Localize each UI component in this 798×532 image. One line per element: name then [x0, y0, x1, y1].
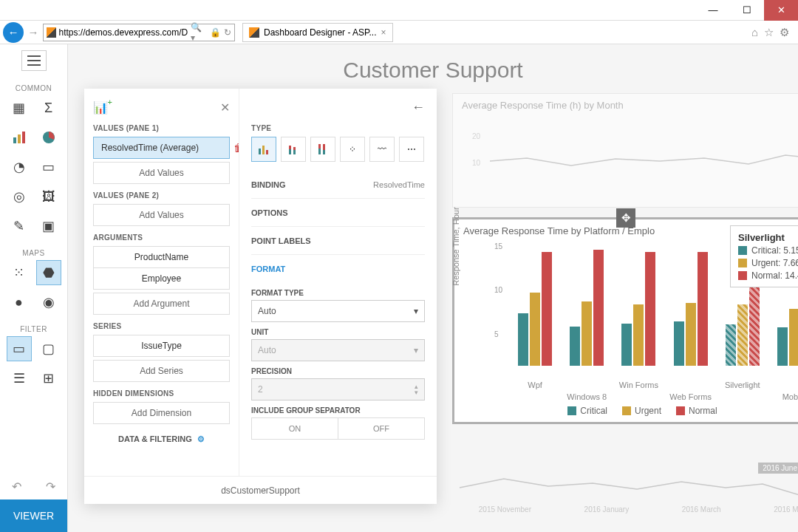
add-series-button[interactable]: Add Series [93, 360, 230, 382]
more-types-button[interactable]: ⋯ [399, 137, 424, 162]
dashboard-title: Customer Support [68, 58, 798, 83]
settings-icon[interactable]: ⚙ [780, 26, 789, 39]
svg-text:10: 10 [472, 159, 481, 167]
arguments-label: ARGUMENTS [93, 233, 230, 242]
datasource-footer[interactable]: dsCustomerSupport [84, 476, 437, 504]
pointlabels-row[interactable]: POINT LABELS [251, 227, 425, 255]
group-sep-label: INCLUDE GROUP SEPARATOR [251, 406, 425, 415]
unit-label: UNIT [251, 328, 425, 336]
url-text: https://demos.devexpress.com/D [59, 27, 188, 38]
viewer-button[interactable]: VIEWER [0, 499, 67, 532]
redo-icon[interactable]: ↷ [46, 480, 55, 494]
favorites-icon[interactable]: ☆ [764, 26, 774, 39]
section-label: COMMON [16, 84, 52, 92]
svg-rect-0 [13, 137, 16, 143]
format-type-label: FORMAT TYPE [251, 289, 425, 297]
options-row[interactable]: OPTIONS [251, 199, 425, 227]
gear-icon[interactable]: ⚙ [197, 434, 205, 443]
group-sep-toggle[interactable]: ON OFF [251, 417, 425, 440]
svg-rect-6 [266, 150, 268, 154]
move-handle-icon[interactable]: ✥ [616, 208, 635, 228]
series-field[interactable]: IssueType [93, 335, 230, 357]
textbox-icon[interactable]: ✎ [7, 214, 32, 239]
favicon-icon [47, 27, 56, 38]
section-label: FILTER [20, 325, 47, 333]
tree-icon[interactable]: ⊞ [36, 366, 61, 391]
favicon-icon [249, 27, 259, 38]
section-label: MAPS [22, 249, 44, 257]
card-icon[interactable]: ▭ [36, 154, 61, 180]
treemap-icon[interactable]: ▣ [36, 214, 61, 239]
response-time-month-widget[interactable]: Average Response Time (h) by Month 20 10 [452, 93, 798, 208]
combo-icon[interactable]: ▢ [36, 336, 61, 361]
pie-chart-icon[interactable] [36, 125, 61, 150]
hidden-dims-label: HIDDEN DIMENSIONS [93, 389, 230, 398]
svg-rect-8 [289, 146, 291, 149]
image-icon[interactable]: 🖼 [36, 184, 61, 209]
close-icon[interactable]: ✕ [220, 100, 230, 115]
gauge-icon[interactable]: ◔ [7, 154, 32, 180]
svg-rect-1 [18, 134, 21, 143]
minimize-button[interactable]: — [696, 0, 730, 21]
type-label: TYPE [251, 124, 425, 132]
data-filtering-label[interactable]: DATA & FILTERING [118, 434, 192, 443]
stacked-bar-button[interactable] [281, 137, 306, 162]
sigma-icon[interactable]: Σ [36, 95, 61, 120]
home-icon[interactable]: ⌂ [751, 26, 758, 39]
timeline-widget[interactable]: 2016 June 2015 November2016 January2016 … [452, 466, 798, 520]
svg-rect-14 [323, 144, 325, 150]
binding-row[interactable]: BINDING ResolvedTime [251, 171, 425, 199]
bubble-icon[interactable]: ● [7, 290, 32, 315]
tab-close-icon[interactable]: × [381, 27, 386, 38]
values-pane1-label: VALUES (PANE 1) [93, 124, 230, 132]
format-type-select[interactable]: Auto▾ [251, 300, 425, 322]
maximize-button[interactable]: ☐ [730, 0, 764, 21]
y-axis-label: Response Time, Hour [451, 207, 460, 285]
bubble2-icon[interactable]: ◉ [36, 290, 61, 315]
add-values-button[interactable]: Add Values [93, 162, 230, 184]
bar-chart-icon[interactable] [7, 125, 32, 150]
value-field-selected[interactable]: ResolvedTime (Average) 🗑 [93, 137, 230, 159]
series-label: SERIES [93, 322, 230, 330]
format-row[interactable]: FORMAT [251, 255, 425, 283]
target-icon[interactable]: ◎ [7, 184, 32, 209]
line-type-button[interactable]: 〰 [369, 137, 395, 162]
svg-rect-10 [293, 147, 296, 150]
back-button[interactable]: ← [3, 22, 24, 43]
list-icon[interactable]: ☰ [7, 366, 32, 391]
chart-add-icon[interactable]: 📊+ [93, 100, 108, 115]
delete-icon[interactable]: 🗑 [233, 142, 239, 154]
svg-rect-13 [318, 144, 321, 149]
response-time-platform-widget[interactable]: Average Response Time by Platform / Empl… [452, 217, 798, 424]
values-pane2-label: VALUES (PANE 2) [93, 191, 230, 200]
add-dimension-button[interactable]: Add Dimension [93, 402, 230, 424]
menu-button[interactable] [21, 50, 47, 71]
back-icon[interactable]: ← [412, 100, 425, 115]
argument-field[interactable]: Employee [93, 267, 230, 290]
browser-toolbar: ← → https://demos.devexpress.com/D 🔍 ▾ 🔒… [0, 21, 798, 44]
argument-field[interactable]: ProductName [93, 246, 230, 268]
unit-select: Auto▾ [251, 339, 425, 361]
scatter-icon[interactable]: ⁙ [7, 260, 32, 285]
grid-icon[interactable]: ▦ [7, 95, 32, 120]
binding-popup: 📊+ ✕ VALUES (PANE 1) ResolvedTime (Avera… [84, 89, 437, 504]
address-bar[interactable]: https://demos.devexpress.com/D 🔍 ▾ 🔒 ↻ [43, 24, 235, 41]
bar-type-button[interactable] [251, 137, 276, 162]
geo-icon[interactable]: ⬣ [36, 260, 61, 285]
svg-rect-4 [259, 149, 261, 154]
full-stacked-button[interactable] [310, 137, 335, 162]
range-icon[interactable]: ▭ [7, 336, 32, 361]
add-values-button[interactable]: Add Values [93, 204, 230, 226]
window-titlebar: — ☐ ✕ [0, 0, 798, 21]
precision-label: PRECISION [251, 367, 425, 375]
browser-tab[interactable]: Dashboard Designer - ASP... × [242, 23, 393, 42]
forward-button[interactable]: → [25, 24, 41, 41]
tool-sidebar: COMMON ▦ Σ ◔ ▭ ◎ 🖼 ✎ ▣ MAPS ⁙ ⬣ ● ◉ FILT… [0, 44, 68, 532]
close-button[interactable]: ✕ [764, 0, 798, 21]
chart-legend: Critical Urgent Normal [454, 406, 798, 416]
point-type-button[interactable]: ⁘ [340, 137, 365, 162]
precision-input: 2▴▾ [251, 378, 425, 400]
undo-icon[interactable]: ↶ [12, 480, 21, 494]
timeline-marker: 2016 June [758, 463, 798, 474]
add-argument-button[interactable]: Add Argument [93, 293, 230, 315]
